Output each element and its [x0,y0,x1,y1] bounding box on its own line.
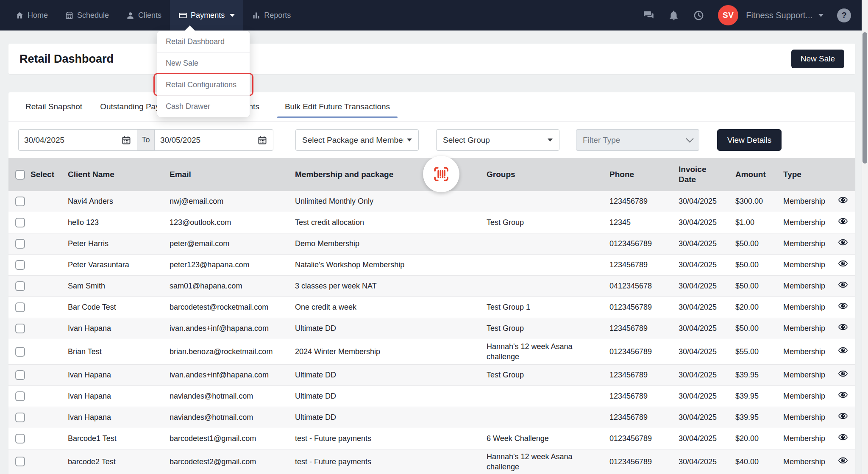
cell-type: Membership [783,391,838,401]
row-checkbox[interactable] [15,457,25,466]
view-row-icon[interactable] [838,237,848,247]
cell-invoice-date: 30/04/2025 [679,196,735,206]
cell-client-name: Peter Harris [68,238,170,249]
chat-icon[interactable] [643,10,654,21]
page-header: Retail Dashboard New Sale [8,44,855,74]
row-checkbox[interactable] [15,370,25,380]
package-membership-select-value: Select Package and Membershi [302,136,403,145]
cell-amount: $20.00 [735,302,783,312]
view-row-icon[interactable] [838,411,848,421]
date-from-field[interactable] [18,129,137,151]
cell-phone: 123456789 [609,323,679,333]
table-row: hello 123 123@outlook.com Test credit al… [8,212,855,233]
view-row-icon[interactable] [838,345,848,355]
menu-item-new-sale[interactable]: New Sale [157,52,250,74]
menu-item-retail-configurations[interactable]: Retail Configurations [157,74,250,95]
nav-item-schedule[interactable]: Schedule [56,0,117,30]
row-checkbox[interactable] [15,391,25,401]
new-sale-button[interactable]: New Sale [791,50,844,68]
calendar-icon[interactable] [121,135,131,145]
view-row-icon[interactable] [838,432,848,442]
nav-item-clients[interactable]: Clients [117,0,170,30]
column-groups: Groups [487,169,609,180]
table-row: Ivan Hapana ivan.andes+inf@hapana.com Ul… [8,318,855,339]
menu-item-retail-dashboard[interactable]: Retail Dashboard [157,31,250,52]
cell-phone: 0123456789 [609,346,679,357]
cell-client-name: Ivan Hapana [68,323,170,333]
scrollbar[interactable] [862,0,868,474]
cell-amount: $50.00 [735,281,783,291]
clock-icon[interactable] [693,10,704,21]
cell-invoice-date: 30/04/2025 [679,281,735,291]
view-row-icon[interactable] [838,195,848,205]
package-membership-select[interactable]: Select Package and Membershi [295,129,419,151]
cell-email: 123@outlook.com [170,217,295,227]
cell-type: Membership [783,433,838,444]
select-all-checkbox[interactable] [15,170,25,180]
column-type: Type [783,169,838,180]
user-menu[interactable]: Fitness Support... [746,11,823,20]
top-navbar: Home Schedule Clients Payments Reports [0,0,868,30]
view-row-icon[interactable] [838,455,848,466]
menu-item-cash-drawer[interactable]: Cash Drawer [157,95,250,117]
barcode-scan-button[interactable] [423,156,459,192]
date-to-field[interactable] [154,129,273,151]
cell-phone: 0412345678 [609,281,679,291]
cell-phone: 0123456789 [609,302,679,312]
bell-icon[interactable] [668,10,679,21]
table-row: Navi4 Anders nwj@email.com Unlimited Mon… [8,191,855,212]
view-row-icon[interactable] [838,301,848,311]
view-row-icon[interactable] [838,280,848,290]
filter-type-select[interactable]: Filter Type [576,129,699,151]
avatar[interactable]: SV [718,5,738,25]
row-checkbox[interactable] [15,218,25,227]
cell-email: nwj@email.com [170,196,295,206]
cell-membership-package: test - Future payments [295,433,487,444]
cell-email: barcodetest1@gmail.com [170,433,295,444]
row-checkbox[interactable] [15,302,25,312]
view-row-icon[interactable] [838,322,848,332]
row-checkbox[interactable] [15,260,25,270]
row-checkbox[interactable] [15,281,25,291]
nav-item-home[interactable]: Home [7,0,56,30]
nav-item-reports[interactable]: Reports [243,0,299,30]
row-checkbox[interactable] [15,413,25,422]
nav-item-payments[interactable]: Payments [170,0,243,30]
cell-client-name: Ivan Hapana [68,412,170,422]
row-checkbox[interactable] [15,197,25,206]
view-details-button[interactable]: View Details [717,129,782,151]
cell-email: sam01@hapana.com [170,281,295,291]
cell-amount: $55.00 [735,346,783,357]
cell-invoice-date: 30/04/2025 [679,433,735,444]
row-checkbox[interactable] [15,434,25,444]
view-row-icon[interactable] [838,390,848,400]
cell-client-name: Ivan Hapana [68,391,170,401]
view-row-icon[interactable] [838,369,848,379]
group-select[interactable]: Select Group [436,129,559,151]
cell-email: peter@email.com [170,238,295,249]
table-row: Brian Test brian.benoza@rocketmail.com 2… [8,339,855,365]
date-from-input[interactable] [24,136,96,145]
tab-bulk-edit-future-transactions[interactable]: Bulk Edit Future Transactions [277,92,398,121]
cell-type: Membership [783,260,838,270]
nav-left: Home Schedule Clients Payments Reports [0,0,299,30]
help-icon[interactable]: ? [837,8,851,22]
calendar-icon[interactable] [257,135,267,145]
cell-email: barcodetest@rocketmail.com [170,302,295,312]
tab-retail-snapshot[interactable]: Retail Snapshot [25,92,82,121]
view-row-icon[interactable] [838,216,848,226]
row-checkbox[interactable] [15,324,25,333]
row-checkbox[interactable] [15,239,25,249]
cell-membership-package: 2024 Winter Membership [295,346,487,357]
cell-phone: 0123456789 [609,238,679,249]
row-checkbox[interactable] [15,347,25,357]
cell-type: Membership [783,196,838,206]
view-row-icon[interactable] [838,258,848,269]
cell-client-name: barcode2 Test [68,457,170,467]
date-to-input[interactable] [160,136,232,145]
cell-phone: 123456789 [609,370,679,380]
scrollbar-thumb[interactable] [862,32,867,164]
cell-amount: $20.00 [735,433,783,444]
column-amount: Amount [735,169,783,180]
nav-label: Schedule [77,11,109,20]
